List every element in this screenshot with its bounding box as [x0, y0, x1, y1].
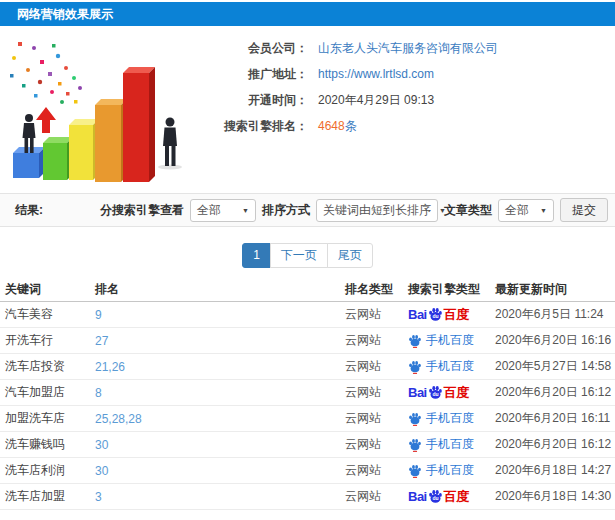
- next-page-button[interactable]: 下一页: [270, 243, 328, 268]
- confetti-dots: [10, 42, 82, 104]
- engine-cell: Baidu百度 手机百度: [408, 410, 495, 427]
- rank-cell[interactable]: 30: [95, 464, 345, 478]
- header-keyword: 关键词: [5, 281, 95, 298]
- last-page-button[interactable]: 尾页: [327, 243, 373, 268]
- rank-type-cell: 云网站: [345, 306, 408, 323]
- keyword-cell: 洗车赚钱吗: [5, 436, 95, 453]
- engine-rank-value: 4648条: [318, 118, 357, 135]
- rank-unit: 条: [345, 119, 357, 133]
- engine-cell: Baidu百度 手机百度: [408, 462, 495, 479]
- member-company-label: 会员公司：: [188, 40, 308, 57]
- rank-cell[interactable]: 3: [95, 490, 345, 504]
- company-details: 会员公司： 山东老人头汽车服务咨询有限公司 推广地址： https://www.…: [188, 30, 498, 190]
- sort-select[interactable]: 关键词由短到长排序 ▼: [316, 199, 438, 222]
- promo-url-label: 推广地址：: [188, 66, 308, 83]
- businessman-right: [158, 118, 182, 170]
- svg-text:du: du: [432, 313, 438, 319]
- baidu-paw-icon: du: [428, 489, 443, 504]
- rank-cell[interactable]: 27: [95, 334, 345, 348]
- keyword-cell: 洗车店加盟: [5, 488, 95, 505]
- article-type-select[interactable]: 全部 ▼: [498, 199, 554, 222]
- submit-button[interactable]: 提交: [560, 198, 608, 222]
- rank-type-cell: 云网站: [345, 332, 408, 349]
- baidu-paw-icon: du: [428, 307, 443, 322]
- updated-cell: 2020年6月18日 14:30: [495, 488, 615, 505]
- keyword-cell: 汽车加盟店: [5, 384, 95, 401]
- page-title: 网络营销效果展示: [17, 6, 113, 23]
- page-1[interactable]: 1: [242, 243, 271, 268]
- result-label: 结果:: [15, 202, 43, 219]
- info-section: 会员公司： 山东老人头汽车服务咨询有限公司 推广地址： https://www.…: [0, 26, 615, 190]
- engine-cell: Baidu百度 手机百度: [408, 436, 495, 453]
- mobile-baidu-badge: 手机百度: [408, 332, 495, 349]
- up-arrow-icon: [36, 107, 56, 133]
- bar-chart-illustration: [0, 30, 188, 190]
- table-body: 汽车美容 9 云网站 Baidu百度 手机百度 2020年6月5日 11:24 …: [0, 302, 615, 510]
- dropdown-arrow-icon: ▼: [234, 207, 249, 214]
- baidu-logo: Baidu百度: [408, 489, 495, 504]
- sort-value: 关键词由短到长排序: [323, 202, 431, 219]
- results-filter-bar: 结果: 分搜索引擎查看 全部 ▼ 排序方式 关键词由短到长排序 ▼ 文章类型 全…: [0, 193, 615, 227]
- engine-cell: Baidu百度 手机百度: [408, 358, 495, 375]
- article-type-label: 文章类型: [444, 202, 492, 219]
- svg-text:du: du: [432, 495, 438, 501]
- rank-cell[interactable]: 21,26: [95, 360, 345, 374]
- header-engine: 搜索引擎类型: [408, 281, 495, 298]
- engine-rank-label: 搜索引擎排名：: [188, 118, 308, 135]
- updated-cell: 2020年6月5日 11:24: [495, 306, 615, 323]
- pagination: 1 下一页 尾页: [0, 243, 615, 268]
- header-updated: 最新更新时间: [495, 281, 615, 298]
- table-row: 汽车美容 9 云网站 Baidu百度 手机百度 2020年6月5日 11:24: [0, 302, 615, 328]
- rank-cell[interactable]: 25,28,28: [95, 412, 345, 426]
- updated-cell: 2020年6月20日 16:12: [495, 384, 615, 401]
- table-row: 加盟洗车店 25,28,28 云网站 Baidu百度 手机百度 2020年6月2…: [0, 406, 615, 432]
- updated-cell: 2020年5月27日 14:58: [495, 358, 615, 375]
- baidu-logo: Baidu百度: [408, 307, 495, 322]
- app-header: 网络营销效果展示: [0, 2, 615, 26]
- table-row: 开洗车行 27 云网站 Baidu百度 手机百度 2020年6月20日 16:1…: [0, 328, 615, 354]
- bar-yellow: [69, 119, 99, 180]
- rank-type-cell: 云网站: [345, 384, 408, 401]
- header-rank-type: 排名类型: [345, 281, 408, 298]
- mobile-baidu-badge: 手机百度: [408, 462, 495, 479]
- engine-cell: Baidu百度 手机百度: [408, 332, 495, 349]
- rank-type-cell: 云网站: [345, 358, 408, 375]
- mobile-baidu-badge: 手机百度: [408, 358, 495, 375]
- mobile-baidu-badge: 手机百度: [408, 436, 495, 453]
- engine-cell: Baidu百度 手机百度: [408, 489, 495, 504]
- mobile-baidu-paw-icon: [408, 412, 422, 426]
- rank-type-cell: 云网站: [345, 436, 408, 453]
- bar-green: [43, 137, 73, 180]
- rank-type-cell: 云网站: [345, 410, 408, 427]
- keyword-cell: 开洗车行: [5, 332, 95, 349]
- rank-cell[interactable]: 9: [95, 308, 345, 322]
- open-time-value: 2020年4月29日 09:13: [318, 92, 434, 109]
- open-time-label: 开通时间：: [188, 92, 308, 109]
- baidu-paw-icon: du: [428, 385, 443, 400]
- rank-count: 4648: [318, 119, 345, 133]
- article-type-value: 全部: [505, 202, 529, 219]
- engine-cell: Baidu百度 手机百度: [408, 307, 495, 322]
- rank-cell[interactable]: 8: [95, 386, 345, 400]
- engine-view-label: 分搜索引擎查看: [100, 202, 184, 219]
- engine-filter-select[interactable]: 全部 ▼: [190, 199, 256, 222]
- keyword-rank-table: 关键词 排名 排名类型 搜索引擎类型 最新更新时间 汽车美容 9 云网站 Bai…: [0, 278, 615, 510]
- table-row: 洗车店投资 21,26 云网站 Baidu百度 手机百度 2020年5月27日 …: [0, 354, 615, 380]
- keyword-cell: 洗车店投资: [5, 358, 95, 375]
- promo-url-link[interactable]: https://www.lrtlsd.com: [318, 66, 434, 83]
- member-company-link[interactable]: 山东老人头汽车服务咨询有限公司: [318, 40, 498, 57]
- updated-cell: 2020年6月20日 16:16: [495, 332, 615, 349]
- table-row: 洗车店加盟 3 云网站 Baidu百度 手机百度 2020年6月18日 14:3…: [0, 484, 615, 510]
- keyword-cell: 汽车美容: [5, 306, 95, 323]
- rank-cell[interactable]: 30: [95, 438, 345, 452]
- header-rank: 排名: [95, 281, 345, 298]
- keyword-cell: 加盟洗车店: [5, 410, 95, 427]
- engine-filter-value: 全部: [197, 202, 221, 219]
- updated-cell: 2020年6月18日 14:27: [495, 462, 615, 479]
- updated-cell: 2020年6月20日 16:11: [495, 410, 615, 427]
- mobile-baidu-paw-icon: [408, 334, 422, 348]
- engine-cell: Baidu百度 手机百度: [408, 385, 495, 400]
- bar-blue: [13, 147, 45, 178]
- table-row: 洗车赚钱吗 30 云网站 Baidu百度 手机百度 2020年6月20日 16:…: [0, 432, 615, 458]
- table-header-row: 关键词 排名 排名类型 搜索引擎类型 最新更新时间: [0, 278, 615, 302]
